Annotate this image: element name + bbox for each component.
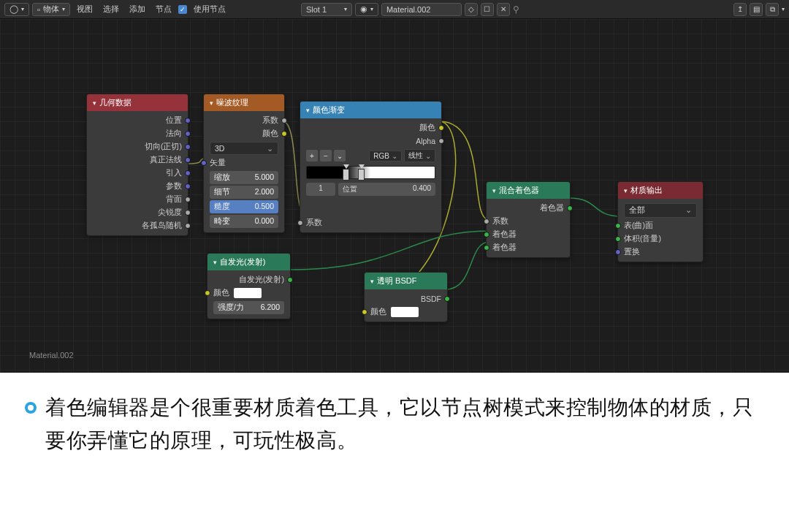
emission-color-swatch[interactable] [234, 288, 262, 298]
slot-dropdown[interactable]: Slot 1 ▾ [301, 3, 352, 16]
header-icon-1[interactable]: ↥ [733, 3, 747, 16]
ramp-stop-1[interactable] [358, 164, 365, 182]
node-geometry[interactable]: 几何数据 位置 法向 切向(正切) 真正法线 引入 参数 背面 尖锐度 各孤岛随… [86, 94, 188, 236]
ramp-tools-dropdown[interactable]: ⌄ [334, 150, 346, 162]
ramp-add-stop[interactable]: + [306, 150, 318, 162]
material-delete-icon[interactable]: ✕ [497, 3, 510, 16]
object-mode-dropdown[interactable]: ▫ 物体 ▾ [32, 3, 70, 16]
shader-editor-panel: ◯▾ ▫ 物体 ▾ 视图 选择 添加 节点 ✓ 使用节点 Slot 1 ▾ ◉▾… [0, 0, 789, 373]
ramp-gradient[interactable] [306, 166, 435, 179]
ramp-remove-stop[interactable]: − [320, 150, 332, 162]
node-canvas[interactable]: 几何数据 位置 法向 切向(正切) 真正法线 引入 参数 背面 尖锐度 各孤岛随… [0, 19, 789, 373]
node-mix-shader[interactable]: 混合着色器 着色器 系数 着色器 着色器 [486, 181, 571, 258]
material-copy-icon[interactable]: ☐ [481, 3, 494, 16]
header-icon-3[interactable]: ⧉ [766, 3, 779, 16]
use-nodes-label: 使用节点 [190, 4, 229, 15]
menu-select[interactable]: 选择 [99, 4, 123, 15]
ramp-stop-position[interactable]: 位置0.400 [338, 183, 435, 196]
noise-dim-dropdown[interactable]: 3D [210, 142, 278, 155]
node-emission[interactable]: 自发光(发射) 自发光(发射) 颜色 强度/力6.200 [207, 253, 291, 319]
material-new-icon[interactable]: ◇ [465, 3, 478, 16]
transparent-color-swatch[interactable] [391, 307, 419, 317]
noise-scale-field[interactable]: 缩放5.000 [210, 171, 278, 184]
node-noise-texture[interactable]: 噪波纹理 系数 颜色 3D 矢量 缩放5.000 细节2.000 糙度0.500… [203, 94, 285, 233]
emission-strength-field[interactable]: 强度/力6.200 [213, 301, 284, 314]
ramp-stop-index[interactable]: 1 [306, 183, 335, 196]
caption-text: 着色编辑器是个很重要材质着色工具，它以节点树模式来控制物体的材质，只要你弄懂它的… [45, 392, 760, 457]
node-transparent-header[interactable]: 透明 BSDF [365, 273, 447, 289]
node-geometry-header[interactable]: 几何数据 [87, 94, 188, 111]
menu-view[interactable]: 视图 [73, 4, 96, 15]
node-output-header[interactable]: 材质输出 [618, 182, 703, 199]
noise-detail-field[interactable]: 细节2.000 [210, 186, 278, 199]
editor-type-dropdown[interactable]: ◯▾ [4, 3, 29, 16]
bullet-icon [25, 402, 37, 414]
header-icon-2[interactable]: ▤ [750, 3, 763, 16]
menu-add[interactable]: 添加 [126, 4, 149, 15]
node-ramp-header[interactable]: 颜色渐变 [300, 102, 441, 118]
noise-roughness-field[interactable]: 糙度0.500 [210, 200, 278, 213]
ramp-colormode-dropdown[interactable]: RGB [369, 151, 402, 162]
mode-label: 物体 [43, 4, 59, 15]
caption-block: 着色编辑器是个很重要材质着色工具，它以节点树模式来控制物体的材质，只要你弄懂它的… [0, 373, 789, 482]
pin-icon[interactable]: ⚲ [513, 4, 519, 15]
node-emission-header[interactable]: 自发光(发射) [207, 254, 290, 270]
ramp-stop-0[interactable] [343, 164, 349, 182]
material-name-field[interactable]: Material.002 [381, 3, 462, 16]
node-noise-header[interactable]: 噪波纹理 [204, 94, 284, 111]
canvas-material-label: Material.002 [29, 351, 74, 360]
material-browse[interactable]: ◉▾ [355, 3, 378, 16]
editor-header: ◯▾ ▫ 物体 ▾ 视图 选择 添加 节点 ✓ 使用节点 Slot 1 ▾ ◉▾… [0, 0, 789, 19]
use-nodes-checkbox[interactable]: ✓ [178, 5, 187, 14]
node-color-ramp[interactable]: 颜色渐变 颜色 Alpha + − ⌄ RGB 线性 1 [300, 101, 442, 233]
collapse-icon[interactable]: ▾ [782, 6, 785, 12]
node-mix-header[interactable]: 混合着色器 [487, 182, 570, 199]
ramp-interp-dropdown[interactable]: 线性 [404, 149, 435, 162]
node-transparent-bsdf[interactable]: 透明 BSDF BSDF 颜色 [364, 272, 448, 322]
menu-node[interactable]: 节点 [152, 4, 175, 15]
output-target-dropdown[interactable]: 全部 [624, 203, 697, 218]
node-material-output[interactable]: 材质输出 全部 表(曲)面 体积(音量) 置换 [617, 181, 704, 262]
noise-distort-field[interactable]: 畸变0.000 [210, 215, 278, 228]
